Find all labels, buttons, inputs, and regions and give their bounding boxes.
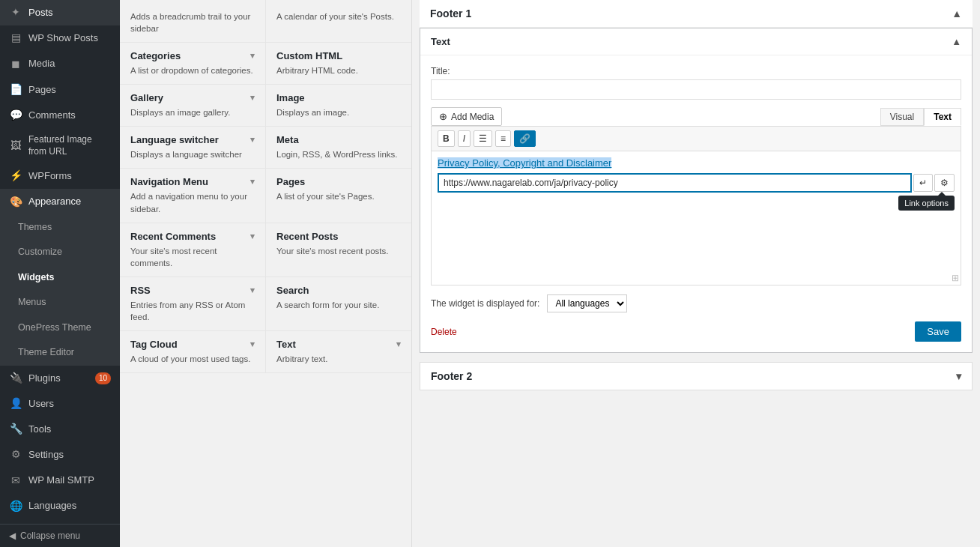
add-media-button[interactable]: ⊕ Add Media	[431, 107, 502, 126]
widget-title-tag-cloud[interactable]: Tag Cloud ▾	[130, 339, 255, 350]
widget-cell-categories: Categories ▾ A list or dropdown of categ…	[120, 43, 266, 84]
widget-title-custom-html[interactable]: Custom HTML	[276, 50, 401, 61]
widget-row-4: Recent Comments ▾ Your site's most recen…	[120, 223, 411, 277]
text-widget-header: Text ▲	[420, 28, 972, 55]
widget-cell-recent-comments: Recent Comments ▾ Your site's most recen…	[120, 223, 266, 276]
unordered-list-button[interactable]: ☰	[474, 130, 492, 147]
text-widget-body: Title: ⊕ Add Media Visual Text B	[420, 55, 972, 352]
appearance-submenu: Themes Customize Widgets Menus OnePress …	[0, 215, 120, 366]
text-tab[interactable]: Text	[924, 108, 961, 126]
sidebar-item-featured-image[interactable]: 🖼 Featured Image from URL	[0, 128, 120, 163]
sidebar-item-settings[interactable]: ⚙ Settings	[0, 442, 120, 468]
widget-title-image[interactable]: Image	[276, 92, 401, 103]
comments-icon: 💬	[9, 109, 22, 122]
ordered-list-button[interactable]: ≡	[495, 130, 511, 147]
tools-icon: 🔧	[9, 423, 22, 436]
editor-tabs: Visual Text	[880, 108, 961, 126]
widget-cell-search: Search A search form for your site.	[266, 277, 411, 330]
sidebar-item-appearance[interactable]: 🎨 Appearance	[0, 189, 120, 214]
nav-menu-dropdown-icon: ▾	[250, 177, 255, 187]
add-media-icon: ⊕	[439, 111, 447, 122]
widget-cell-gallery: Gallery ▾ Displays an image gallery.	[120, 85, 266, 126]
categories-dropdown-icon: ▾	[250, 51, 255, 61]
main-content: Adds a breadcrumb trail to your sidebar …	[120, 0, 980, 547]
widget-title-recent-comments[interactable]: Recent Comments ▾	[130, 231, 255, 242]
text-widget: Text ▲ Title: ⊕ Add Media Visual Text	[420, 28, 973, 353]
visual-tab[interactable]: Visual	[880, 108, 924, 126]
text-widget-collapse-icon[interactable]: ▲	[952, 36, 961, 47]
widget-cell-text: Text ▾ Arbitrary text.	[266, 331, 411, 372]
sidebar-item-customize[interactable]: Customize	[0, 240, 120, 265]
tag-cloud-dropdown-icon: ▾	[250, 339, 255, 349]
link-options-tooltip: Link options	[898, 196, 955, 211]
widget-title-search[interactable]: Search	[276, 285, 401, 296]
sidebar-item-media[interactable]: ◼ Media	[0, 51, 120, 76]
widget-cell-pages: Pages A list of your site's Pages.	[266, 169, 411, 222]
widget-title-language-switcher[interactable]: Language switcher ▾	[130, 134, 255, 145]
sidebar-item-wp-show-posts[interactable]: ▤ WP Show Posts	[0, 25, 120, 51]
widget-title-recent-posts[interactable]: Recent Posts	[276, 231, 401, 242]
sidebar: ✦ Posts ▤ WP Show Posts ◼ Media 📄 Pages …	[0, 0, 120, 547]
sidebar-item-menus[interactable]: Menus	[0, 290, 120, 315]
widget-title-text[interactable]: Text ▾	[276, 339, 401, 350]
widget-title-meta[interactable]: Meta	[276, 134, 401, 145]
widget-title-pages[interactable]: Pages	[276, 176, 401, 187]
content-link[interactable]: Privacy Policy, Copyright and Disclaimer	[438, 157, 611, 169]
link-url-input[interactable]	[438, 173, 912, 193]
editor-area[interactable]: Privacy Policy, Copyright and Disclaimer…	[431, 151, 961, 285]
widget-cell-meta: Meta Login, RSS, & WordPress links.	[266, 127, 411, 168]
widget-cell-rss: RSS ▾ Entries from any RSS or Atom feed.	[120, 277, 266, 330]
widget-row-breadcrumb-calendar: Adds a breadcrumb trail to your sidebar …	[120, 0, 411, 43]
plugins-icon: 🔌	[9, 372, 22, 385]
sidebar-item-themes[interactable]: Themes	[0, 215, 120, 241]
language-row: The widget is displayed for: All languag…	[431, 294, 961, 312]
lang-dropdown-icon: ▾	[250, 135, 255, 145]
delete-button[interactable]: Delete	[431, 327, 457, 337]
sidebar-item-users[interactable]: 👤 Users	[0, 391, 120, 417]
sidebar-item-widgets[interactable]: Widgets	[0, 265, 120, 291]
footer2-collapse-icon[interactable]: ▾	[956, 370, 961, 382]
title-input[interactable]	[431, 79, 961, 100]
italic-button[interactable]: I	[458, 130, 471, 147]
sidebar-item-tools[interactable]: 🔧 Tools	[0, 417, 120, 442]
widget-cell-calendar: A calendar of your site's Posts.	[266, 0, 411, 42]
sidebar-item-posts[interactable]: ✦ Posts	[0, 0, 120, 25]
widget-title-rss[interactable]: RSS ▾	[130, 285, 255, 296]
widget-cell-tag-cloud: Tag Cloud ▾ A cloud of your most used ta…	[120, 331, 266, 372]
widget-row-3: Navigation Menu ▾ Add a navigation menu …	[120, 169, 411, 223]
widget-actions: Delete Save	[431, 321, 961, 342]
featured-image-icon: 🖼	[9, 139, 22, 153]
sidebar-item-comments[interactable]: 💬 Comments	[0, 103, 120, 128]
collapse-arrow-icon: ◀	[9, 531, 16, 541]
widget-cell-image: Image Displays an image.	[266, 85, 411, 126]
sidebar-item-plugins[interactable]: 🔌 Plugins 10	[0, 366, 120, 391]
link-input-row: ↵ ⚙ Link options	[438, 173, 955, 193]
save-button[interactable]: Save	[915, 321, 961, 342]
footer1-collapse-icon[interactable]: ▲	[952, 7, 962, 19]
bold-button[interactable]: B	[438, 130, 455, 147]
link-button[interactable]: 🔗	[514, 130, 536, 147]
editor-resize-handle[interactable]: ⊞	[952, 273, 959, 283]
sidebar-item-languages[interactable]: 🌐 Languages	[0, 493, 120, 519]
sidebar-item-pages[interactable]: 📄 Pages	[0, 77, 120, 103]
widget-list-panel: Adds a breadcrumb trail to your sidebar …	[120, 0, 412, 547]
link-options-button[interactable]: ⚙	[934, 174, 955, 192]
editor-toolbar: B I ☰ ≡ 🔗	[431, 126, 961, 151]
widget-title-navigation-menu[interactable]: Navigation Menu ▾	[130, 176, 255, 187]
footer2-section: Footer 2 ▾	[420, 362, 973, 390]
link-enter-button[interactable]: ↵	[913, 174, 933, 192]
footer2-header: Footer 2 ▾	[420, 363, 972, 390]
widget-row-5: RSS ▾ Entries from any RSS or Atom feed.…	[120, 277, 411, 331]
sidebar-item-theme-editor[interactable]: Theme Editor	[0, 340, 120, 366]
sidebar-item-wpforms[interactable]: ⚡ WPForms	[0, 163, 120, 189]
collapse-menu[interactable]: ◀ Collapse menu	[0, 524, 120, 547]
widget-editor-panel: Footer 1 ▲ Text ▲ Title: ⊕ Add Media	[412, 0, 980, 547]
sidebar-item-onepress[interactable]: OnePress Theme	[0, 315, 120, 341]
wp-show-posts-icon: ▤	[9, 31, 22, 45]
editor-content: Privacy Policy, Copyright and Disclaimer…	[438, 157, 955, 193]
widget-title-gallery[interactable]: Gallery ▾	[130, 92, 255, 103]
footer1-header: Footer 1 ▲	[420, 0, 973, 28]
language-select[interactable]: All languages	[547, 294, 627, 312]
widget-title-categories[interactable]: Categories ▾	[130, 50, 255, 61]
sidebar-item-wp-mail-smtp[interactable]: ✉ WP Mail SMTP	[0, 468, 120, 493]
